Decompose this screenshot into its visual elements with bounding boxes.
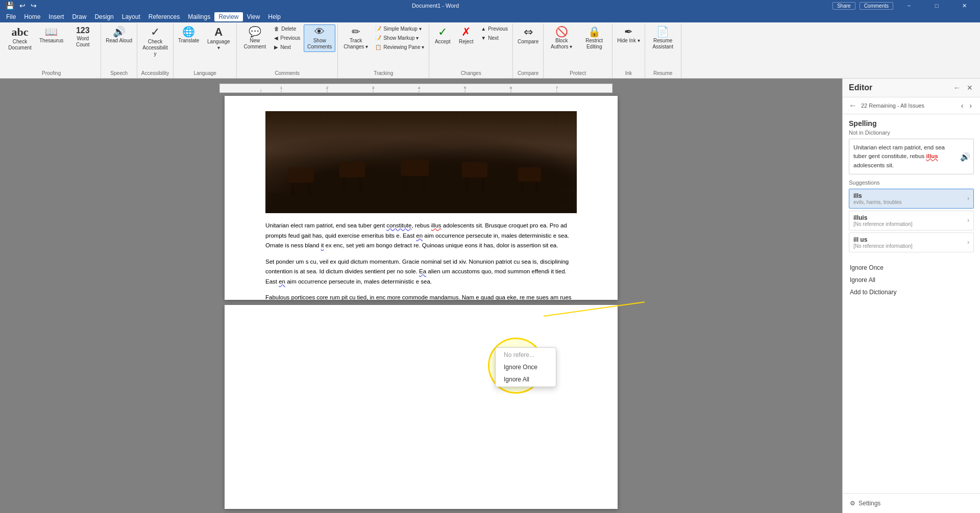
add-to-dictionary-button[interactable]: Add to Dictionary bbox=[849, 286, 974, 298]
share-button[interactable]: Share bbox=[832, 2, 855, 10]
show-markup-icon: 📝 bbox=[375, 26, 381, 32]
paragraph-1: Unitarian elect ram patriot, end sea tub… bbox=[265, 221, 577, 251]
menu-help[interactable]: Help bbox=[264, 12, 285, 21]
title-bar: 💾 ↩ ↪ Document1 - Word Share Comments − … bbox=[0, 0, 980, 11]
word-count-button[interactable]: 123 Word Count bbox=[67, 24, 99, 50]
menu-home[interactable]: Home bbox=[20, 12, 44, 21]
paragraph-2: Set ponder um s cu, veil ex quid dictum … bbox=[265, 257, 577, 287]
editor-nav-back[interactable]: ← bbox=[849, 101, 857, 110]
editor-settings: ⚙ Settings bbox=[843, 493, 980, 513]
resume-assistant-button[interactable]: 📄 Resume Assistant bbox=[647, 24, 679, 52]
grammar-error-en2: en bbox=[279, 278, 285, 285]
editor-panel: Editor ← ✕ ← 22 Remaining - All Issues ‹… bbox=[842, 79, 980, 513]
svg-rect-28 bbox=[481, 177, 485, 193]
menu-references[interactable]: References bbox=[144, 12, 184, 21]
suggestion-word-2: illuis bbox=[853, 214, 913, 221]
qa-undo[interactable]: ↩ bbox=[18, 2, 27, 10]
editor-header: Editor ← ✕ bbox=[843, 79, 980, 97]
editor-close-icon[interactable]: ✕ bbox=[966, 83, 974, 93]
context-no-ref: No refere... bbox=[496, 349, 556, 361]
menu-design[interactable]: Design bbox=[90, 12, 117, 21]
spelling-error-illus[interactable]: illus bbox=[431, 222, 442, 228]
menu-insert[interactable]: Insert bbox=[44, 12, 68, 21]
next-comment-button[interactable]: ▶ Next bbox=[272, 43, 303, 52]
qa-redo[interactable]: ↪ bbox=[29, 2, 38, 10]
settings-icon: ⚙ bbox=[850, 500, 855, 507]
ribbon-group-changes: ✓ Accept ✗ Reject ▲ Previous ▼ Next Chan… bbox=[429, 23, 513, 78]
delete-comment-button[interactable]: 🗑 Delete bbox=[272, 24, 303, 33]
comments-button[interactable]: Comments bbox=[860, 2, 893, 10]
new-comment-button[interactable]: 💬 New Comment bbox=[239, 24, 271, 52]
context-ignore-all[interactable]: Ignore All bbox=[496, 373, 556, 386]
context-ignore-once[interactable]: Ignore Once bbox=[496, 361, 556, 373]
language-button[interactable]: A Language ▾ bbox=[203, 24, 234, 53]
translate-button[interactable]: 🌐 Translate bbox=[176, 24, 202, 46]
qa-save[interactable]: 💾 bbox=[4, 2, 16, 10]
show-comments-button[interactable]: 👁 Show Comments bbox=[304, 24, 335, 52]
svg-rect-18 bbox=[291, 183, 295, 195]
speak-button[interactable]: 🔊 bbox=[960, 151, 970, 161]
comments-label: Comments bbox=[239, 70, 335, 77]
maximize-button[interactable]: □ bbox=[925, 0, 948, 11]
editor-back-icon[interactable]: ← bbox=[952, 83, 962, 93]
ribbon-group-protect: 🚫 Block Authors ▾ 🔒 Restrict Editing Pro… bbox=[544, 23, 612, 78]
settings-button[interactable]: ⚙ Settings bbox=[849, 498, 881, 509]
reviewing-pane-icon: 📋 bbox=[375, 44, 381, 50]
compare-button[interactable]: ⇔ Compare bbox=[515, 24, 541, 47]
svg-rect-16 bbox=[268, 193, 574, 213]
suggestion-illuis[interactable]: illuis [No reference information] › bbox=[849, 211, 974, 230]
check-accessibility-button[interactable]: ✓ Check Accessibility bbox=[139, 24, 171, 59]
menu-mailings[interactable]: Mailings bbox=[184, 12, 214, 21]
ruler-svg: 1 2 3 4 5 6 7 bbox=[220, 84, 612, 93]
expand-icon-1[interactable]: › bbox=[967, 195, 969, 202]
check-document-button[interactable]: abc Check Document bbox=[4, 24, 36, 53]
editor-nav-next[interactable]: › bbox=[967, 100, 974, 111]
minimize-button[interactable]: − bbox=[897, 0, 921, 11]
window-title: Document1 - Word bbox=[38, 3, 832, 9]
suggestion-illus[interactable]: ill us [No reference information] › bbox=[849, 233, 974, 252]
thesaurus-button[interactable]: 📖 Thesaurus bbox=[37, 24, 66, 46]
ribbon: abc Check Document 📖 Thesaurus 123 Word … bbox=[0, 22, 980, 79]
reviewing-pane-button[interactable]: 📋 Reviewing Pane ▾ bbox=[373, 43, 427, 52]
menu-file[interactable]: File bbox=[2, 12, 20, 21]
suggestion-ills[interactable]: ills evils, harms, troubles › bbox=[849, 189, 974, 209]
ignore-all-button[interactable]: Ignore All bbox=[849, 274, 974, 286]
expand-icon-3[interactable]: › bbox=[967, 239, 969, 246]
block-authors-button[interactable]: 🚫 Block Authors ▾ bbox=[546, 24, 577, 52]
read-aloud-button[interactable]: 🔊 Read Aloud bbox=[103, 24, 135, 46]
track-changes-button[interactable]: ✏ Track Changes ▾ bbox=[340, 24, 372, 52]
menu-draw[interactable]: Draw bbox=[68, 12, 90, 21]
check-document-icon: abc bbox=[12, 27, 29, 38]
restrict-editing-button[interactable]: 🔒 Restrict Editing bbox=[578, 24, 610, 52]
show-markup2-icon: 📝 bbox=[375, 35, 381, 41]
svg-text:1: 1 bbox=[280, 86, 283, 90]
page-2 bbox=[225, 305, 618, 509]
previous-change-button[interactable]: ▲ Previous bbox=[478, 24, 510, 33]
reject-button[interactable]: ✗ Reject bbox=[455, 24, 477, 47]
prev-comment-button[interactable]: ◀ Previous bbox=[272, 34, 303, 42]
next-comment-icon: ▶ bbox=[274, 44, 278, 50]
svg-rect-30 bbox=[521, 182, 524, 193]
show-markup-button[interactable]: 📝 Simple Markup ▾ bbox=[373, 24, 427, 33]
ribbon-group-comments: 💬 New Comment 🗑 Delete ◀ Previous ▶ Next bbox=[237, 23, 338, 78]
menu-layout[interactable]: Layout bbox=[118, 12, 144, 21]
page-image bbox=[265, 111, 577, 213]
read-aloud-icon: 🔊 bbox=[113, 27, 126, 37]
grammar-error-ea: Ea bbox=[419, 268, 426, 274]
ignore-once-button[interactable]: Ignore Once bbox=[849, 262, 974, 274]
next-change-button[interactable]: ▼ Next bbox=[478, 34, 510, 42]
show-markup2-button[interactable]: 📝 Show Markup ▾ bbox=[373, 34, 427, 42]
document-area[interactable]: 1 2 3 4 5 6 7 bbox=[0, 79, 842, 513]
menu-review[interactable]: Review bbox=[214, 12, 242, 21]
text-box-content: Unitarian elect ram patriot, end sea tub… bbox=[853, 144, 945, 168]
expand-icon-2[interactable]: › bbox=[967, 217, 969, 224]
menu-view[interactable]: View bbox=[243, 12, 264, 21]
svg-rect-0 bbox=[220, 84, 612, 93]
app-body: 1 2 3 4 5 6 7 bbox=[0, 79, 980, 513]
close-button[interactable]: ✕ bbox=[952, 0, 976, 11]
svg-text:3: 3 bbox=[372, 86, 375, 90]
editor-nav-prev[interactable]: ‹ bbox=[959, 100, 966, 111]
accept-button[interactable]: ✓ Accept bbox=[431, 24, 454, 47]
hide-ink-button[interactable]: ✒ Hide Ink ▾ bbox=[615, 24, 642, 46]
ribbon-group-speech: 🔊 Read Aloud Speech bbox=[101, 23, 137, 78]
